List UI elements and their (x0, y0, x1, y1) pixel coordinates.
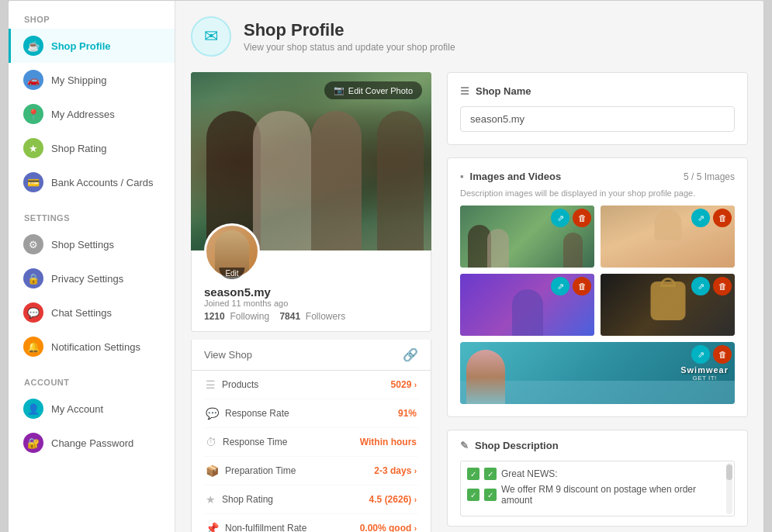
stat-products-label: ☰ Products (206, 378, 258, 391)
left-col: 📷 Edit Cover Photo Edit season5.my Joi (191, 72, 431, 532)
person-figure-4 (377, 111, 424, 250)
sidebar-label-shop-profile: Shop Profile (51, 40, 111, 52)
bank-accounts-icon: 💳 (23, 172, 43, 192)
stat-shop-rating[interactable]: ★ Shop Rating 4.5 (2626) › (204, 485, 418, 514)
swimwear-title: Swimwear (680, 365, 729, 375)
stat-response-rate[interactable]: 💬 Response Rate 91% (204, 399, 418, 428)
stat-non-fulfill[interactable]: 📌 Non-fulfillment Rate 0.00% good › (204, 514, 418, 532)
my-addresses-icon: 📍 (23, 104, 43, 124)
check-icon-1: ✓ (467, 468, 479, 480)
edit-cover-label: Edit Cover Photo (348, 86, 413, 95)
image-thumb-2: ⇗ 🗑 (601, 206, 735, 268)
sidebar-item-shop-settings[interactable]: ⚙ Shop Settings (9, 227, 175, 261)
shop-settings-icon: ⚙ (23, 234, 43, 254)
desc-line-2: ✓ ✓ We offer RM 9 discount on postage wh… (467, 484, 728, 506)
sidebar-item-my-account[interactable]: 👤 My Account (9, 392, 175, 426)
right-col: ☰ Shop Name ▪ Images and Videos 5 / 5 Im… (447, 72, 748, 532)
image-4-delete-btn[interactable]: 🗑 (713, 277, 732, 295)
sidebar-label-shop-rating: Shop Rating (51, 143, 107, 154)
shop-name-display: season5.my (204, 285, 418, 299)
desc-text-2: We offer RM 9 discount on postage when o… (501, 484, 728, 506)
stat-response-time-label: ⏱ Response Time (206, 436, 287, 448)
sidebar-item-notification-settings[interactable]: 🔔 Notification Settings (9, 330, 175, 364)
chat-icon: 💬 (206, 407, 219, 420)
scrollbar-thumb[interactable] (726, 465, 732, 480)
shop-name-icon: ☰ (460, 85, 469, 97)
stat-response-rate-label: 💬 Response Rate (206, 407, 289, 420)
sidebar-label-shop-settings: Shop Settings (51, 239, 114, 250)
stat-shop-rating-label: ★ Shop Rating (206, 493, 273, 506)
shop-name-section: ☰ Shop Name (447, 72, 748, 145)
joined-text: Joined 11 months ago (204, 299, 418, 308)
stat-prep-time[interactable]: 📦 Preparation Time 2-3 days › (204, 457, 418, 485)
sidebar-item-change-password[interactable]: 🔐 Change Password (9, 426, 175, 460)
edit-cover-photo-button[interactable]: 📷 Edit Cover Photo (324, 81, 422, 99)
image-4-expand-btn[interactable]: ⇗ (691, 277, 710, 295)
shop-name-section-title: ☰ Shop Name (460, 85, 735, 97)
my-account-icon: 👤 (23, 399, 43, 419)
image-4-overlay-btns: ⇗ 🗑 (691, 277, 732, 295)
chat-settings-icon: 💬 (23, 302, 43, 323)
view-shop-bar[interactable]: View Shop 🔗 (191, 340, 431, 371)
description-content[interactable]: ✓ ✓ Great NEWS: ✓ ✓ We offer RM 9 discou… (460, 461, 735, 516)
image-thumb-3: ⇗ 🗑 (460, 274, 594, 336)
sidebar-label-notification-settings: Notification Settings (51, 341, 140, 353)
image-3-expand-btn[interactable]: ⇗ (551, 277, 569, 295)
content-columns: 📷 Edit Cover Photo Edit season5.my Joi (191, 72, 748, 532)
scrollbar-track (726, 463, 732, 514)
my-shipping-icon: 🚗 (23, 70, 43, 90)
images-section-title: ▪ Images and Videos (460, 171, 561, 182)
check-icon-4: ✓ (484, 489, 497, 501)
page-header: ✉ Shop Profile View your shop status and… (191, 16, 748, 57)
arrow-icon-3: › (414, 496, 417, 504)
image-5-overlay-btns: ⇗ 🗑 (691, 345, 732, 364)
image-2-delete-btn[interactable]: 🗑 (713, 209, 732, 227)
sidebar-label-my-addresses: My Addresses (51, 109, 115, 120)
stat-prep-time-value: 2-3 days › (374, 465, 417, 476)
stat-non-fulfill-value: 0.00% good › (360, 523, 417, 532)
stats-container: ☰ Products 5029 › 💬 Response Rate (191, 371, 431, 532)
sidebar-item-bank-accounts[interactable]: 💳 Bank Accounts / Cards (9, 165, 175, 199)
app-window: SHOP ☕ Shop Profile 🚗 My Shipping 📍 My A… (8, 0, 764, 532)
sidebar-label-my-account: My Account (51, 403, 103, 415)
images-grid: ⇗ 🗑 ⇗ 🗑 (460, 206, 735, 336)
image-1-expand-btn[interactable]: ⇗ (551, 209, 569, 227)
avatar-wrap: Edit (204, 223, 260, 279)
arrow-icon-2: › (414, 467, 417, 475)
description-label: Shop Description (475, 440, 559, 451)
image-icon: ▪ (460, 171, 464, 182)
sidebar-label-my-shipping: My Shipping (51, 74, 107, 86)
sidebar-item-my-addresses[interactable]: 📍 My Addresses (9, 97, 175, 131)
description-section: ✎ Shop Description ✓ ✓ Great NEWS: ✓ ✓ W… (447, 430, 748, 527)
images-header: ▪ Images and Videos 5 / 5 Images (460, 171, 735, 182)
star-icon: ★ (206, 493, 216, 506)
image-thumb-4: ⇗ 🗑 (601, 274, 735, 336)
sidebar-item-shop-profile[interactable]: ☕ Shop Profile (9, 29, 175, 63)
stat-response-time[interactable]: ⏱ Response Time Within hours (204, 428, 418, 457)
privacy-settings-icon: 🔒 (23, 268, 43, 288)
page-header-icon: ✉ (191, 16, 231, 57)
following-label: Following (230, 311, 269, 322)
image-5-delete-btn[interactable]: 🗑 (713, 345, 732, 364)
swimwear-subtitle: GET IT! (680, 375, 729, 382)
followers-label: Followers (306, 311, 345, 322)
image-3-delete-btn[interactable]: 🗑 (573, 277, 591, 295)
arrow-icon: › (414, 381, 417, 389)
image-2-overlay-btns: ⇗ 🗑 (691, 209, 732, 227)
sidebar-item-shop-rating[interactable]: ★ Shop Rating (9, 131, 175, 165)
sidebar-item-chat-settings[interactable]: 💬 Chat Settings (9, 295, 175, 330)
image-5-expand-btn[interactable]: ⇗ (691, 345, 710, 364)
stat-prep-time-label: 📦 Preparation Time (206, 465, 296, 477)
shop-name-input[interactable] (460, 106, 735, 132)
stat-products[interactable]: ☰ Products 5029 › (204, 371, 418, 399)
image-3-overlay-btns: ⇗ 🗑 (551, 277, 591, 295)
image-2-expand-btn[interactable]: ⇗ (691, 209, 710, 227)
image-thumb-5: Swimwear GET IT! ⇗ 🗑 (460, 342, 735, 404)
section-label-account: ACCOUNT (9, 364, 175, 392)
sidebar-item-my-shipping[interactable]: 🚗 My Shipping (9, 63, 175, 97)
arrow-icon-4: › (414, 524, 417, 532)
images-desc: Description images will be displayed in … (460, 188, 735, 198)
image-1-delete-btn[interactable]: 🗑 (573, 209, 591, 227)
sidebar-item-privacy-settings[interactable]: 🔒 Privacy Settings (9, 261, 175, 295)
stat-response-time-value: Within hours (360, 437, 417, 447)
